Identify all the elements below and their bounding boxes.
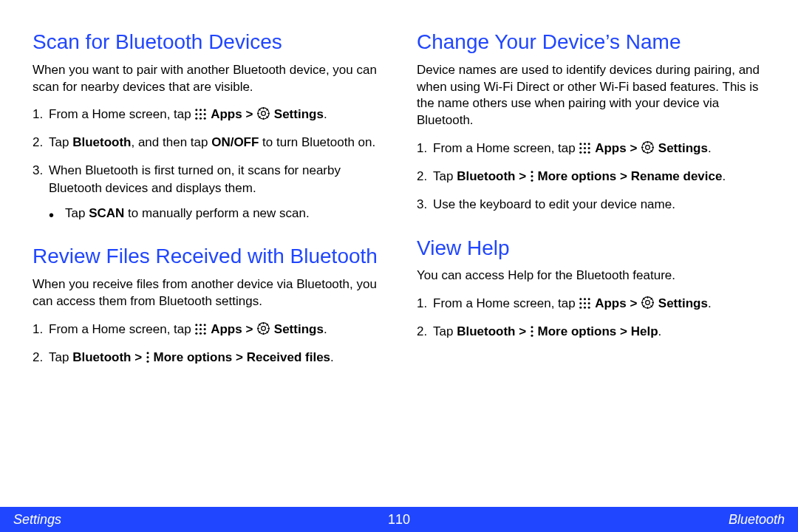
- apps-label: Apps: [595, 296, 627, 310]
- section-review: Review Files Received with Bluetooth Whe…: [33, 244, 381, 366]
- more-icon: [146, 351, 150, 364]
- text: , and then tap: [131, 135, 211, 149]
- bullet-item: Tap SCAN to manually perform a new scan.: [65, 205, 381, 222]
- sub-bullets: Tap SCAN to manually perform a new scan.: [49, 205, 381, 222]
- gear-icon: [256, 321, 270, 335]
- gt: >: [232, 350, 246, 364]
- text: When Bluetooth is first turned on, it sc…: [49, 163, 341, 195]
- gt: >: [616, 324, 630, 338]
- text: Tap: [433, 324, 457, 338]
- text: .: [330, 350, 334, 364]
- gt: >: [627, 141, 641, 155]
- intro-help: You can access Help for the Bluetooth fe…: [417, 267, 765, 284]
- text: .: [658, 324, 662, 338]
- bold: More options: [538, 324, 617, 338]
- text: .: [324, 322, 327, 336]
- steps-scan: From a Home screen, tap Apps > Settings.…: [33, 106, 381, 222]
- steps-rename: From a Home screen, tap Apps > Settings.…: [417, 140, 765, 213]
- gt: >: [616, 169, 630, 183]
- heading-rename: Change Your Device’s Name: [417, 30, 765, 55]
- apps-icon: [579, 142, 591, 154]
- step-item: Tap Bluetooth, and then tap ON/OFF to tu…: [49, 134, 381, 151]
- text: From a Home screen, tap: [49, 322, 194, 336]
- bold: ON/OFF: [211, 135, 259, 149]
- apps-icon: [194, 108, 207, 120]
- footer-left: Settings: [13, 512, 61, 528]
- text: .: [324, 107, 327, 121]
- settings-label: Settings: [658, 296, 708, 310]
- bold: Bluetooth: [72, 350, 131, 364]
- section-scan: Scan for Bluetooth Devices When you want…: [33, 30, 381, 222]
- bold: Rename device: [631, 169, 723, 183]
- step-item: From a Home screen, tap Apps > Settings.: [49, 106, 381, 123]
- manual-page: Scan for Bluetooth Devices When you want…: [0, 0, 798, 532]
- bold: Received files: [247, 350, 330, 364]
- text: to manually perform a new scan.: [124, 206, 309, 220]
- text: From a Home screen, tap: [433, 296, 579, 310]
- gear-icon: [641, 296, 655, 310]
- step-item: When Bluetooth is first turned on, it sc…: [49, 162, 381, 222]
- more-icon: [530, 170, 534, 183]
- gt: >: [515, 169, 529, 183]
- bold: More options: [538, 169, 617, 183]
- bold: SCAN: [89, 206, 124, 220]
- bold: More options: [154, 350, 233, 364]
- footer-page-number: 110: [388, 512, 410, 528]
- steps-review: From a Home screen, tap Apps > Settings.…: [33, 321, 381, 366]
- steps-help: From a Home screen, tap Apps > Settings.…: [417, 295, 765, 341]
- heading-review: Review Files Received with Bluetooth: [33, 244, 381, 269]
- settings-label: Settings: [274, 107, 324, 121]
- bold: Bluetooth: [457, 324, 515, 338]
- footer-right: Bluetooth: [729, 512, 785, 528]
- right-column: Change Your Device’s Name Device names a…: [417, 30, 765, 389]
- intro-rename: Device names are used to identify device…: [417, 62, 765, 130]
- text: From a Home screen, tap: [49, 107, 194, 121]
- intro-scan: When you want to pair with another Bluet…: [33, 62, 381, 96]
- intro-review: When you receive files from another devi…: [33, 276, 381, 310]
- text: Tap: [49, 350, 72, 364]
- step-item: From a Home screen, tap Apps > Settings.: [433, 140, 765, 157]
- content-columns: Scan for Bluetooth Devices When you want…: [0, 0, 798, 389]
- gt: >: [627, 296, 641, 310]
- step-item: Use the keyboard to edit your device nam…: [433, 196, 765, 214]
- settings-label: Settings: [274, 322, 324, 336]
- gear-icon: [641, 140, 655, 154]
- section-help: View Help You can access Help for the Bl…: [417, 236, 765, 341]
- apps-label: Apps: [211, 322, 242, 336]
- bold: Bluetooth: [457, 169, 515, 183]
- gt: >: [242, 322, 256, 336]
- text: .: [708, 296, 712, 310]
- step-item: From a Home screen, tap Apps > Settings.: [49, 321, 381, 338]
- gt: >: [515, 324, 529, 338]
- step-item: From a Home screen, tap Apps > Settings.: [433, 295, 765, 313]
- text: .: [722, 169, 726, 183]
- apps-label: Apps: [595, 141, 627, 155]
- page-footer: Settings 110 Bluetooth: [0, 507, 798, 532]
- bold: Help: [631, 324, 658, 338]
- step-item: Tap Bluetooth > More options > Help.: [433, 323, 765, 341]
- text: Tap: [49, 135, 72, 149]
- step-item: Tap Bluetooth > More options > Received …: [49, 349, 381, 366]
- step-item: Tap Bluetooth > More options > Rename de…: [433, 168, 765, 185]
- text: Tap: [65, 206, 89, 220]
- bold: Bluetooth: [72, 135, 131, 149]
- gt: >: [131, 350, 145, 364]
- settings-label: Settings: [658, 141, 708, 155]
- gear-icon: [256, 106, 270, 120]
- heading-scan: Scan for Bluetooth Devices: [33, 30, 381, 55]
- apps-label: Apps: [211, 107, 242, 121]
- heading-help: View Help: [417, 236, 765, 261]
- text: From a Home screen, tap: [433, 141, 579, 155]
- more-icon: [530, 325, 534, 338]
- section-rename: Change Your Device’s Name Device names a…: [417, 30, 765, 214]
- left-column: Scan for Bluetooth Devices When you want…: [33, 30, 381, 389]
- text: to turn Bluetooth on.: [259, 135, 375, 149]
- gt: >: [242, 107, 256, 121]
- text: .: [708, 141, 712, 155]
- text: Tap: [433, 169, 457, 183]
- apps-icon: [579, 297, 591, 310]
- text: Use the keyboard to edit your device nam…: [433, 197, 675, 211]
- apps-icon: [194, 323, 207, 335]
